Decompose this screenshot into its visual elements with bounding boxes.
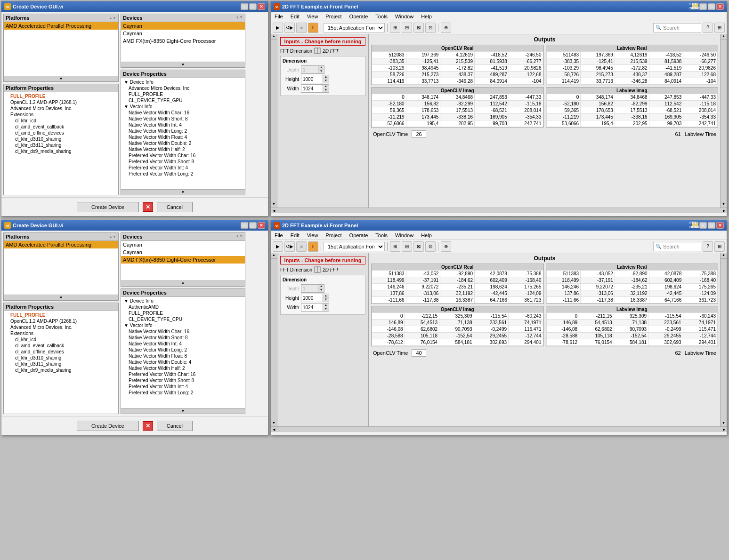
device-fx8350-top[interactable]: AMD FX(tm)-8350 Eight-Core Processor: [121, 37, 245, 45]
menu-file-top[interactable]: File: [273, 13, 285, 20]
height-value-top[interactable]: [301, 75, 323, 83]
run-btn-top[interactable]: ▶: [273, 23, 283, 33]
search-input-top[interactable]: [663, 25, 701, 31]
menu-window-bottom[interactable]: Window: [393, 232, 415, 239]
run-continuous-btn-top[interactable]: ↺▶: [284, 23, 295, 33]
menu-project-top[interactable]: Project: [324, 13, 343, 20]
cancel-btn-top[interactable]: Cancel: [157, 202, 193, 212]
stop-btn-bottom[interactable]: ■: [296, 241, 307, 252]
dist-btn-top[interactable]: ⊟: [402, 23, 412, 33]
search-input-bottom[interactable]: [663, 244, 701, 249]
device-cayman2-top[interactable]: Cayman: [121, 30, 245, 37]
height-value-bottom[interactable]: [301, 294, 323, 302]
create-device-btn-top[interactable]: Create Device: [77, 202, 139, 212]
hscroll-left-top[interactable]: ◀: [271, 209, 276, 213]
run-btn-bottom[interactable]: ▶: [273, 241, 283, 252]
menu-tools-bottom[interactable]: Tools: [373, 232, 389, 239]
width-input-bottom[interactable]: ▲ ▼: [301, 303, 329, 312]
devices-scroll-down-top[interactable]: ▼: [121, 62, 245, 67]
menu-edit-bottom[interactable]: Edit: [289, 232, 301, 239]
cursor-btn-bottom[interactable]: ⊕: [441, 241, 451, 252]
menu-help-bottom[interactable]: Help: [419, 232, 434, 239]
height-input-top[interactable]: ▲ ▼: [301, 75, 329, 83]
search-help-btn-top[interactable]: ?: [703, 23, 713, 33]
platform-item-0-top[interactable]: AMD Accelerated Parallel Processing: [4, 22, 118, 30]
height-down-bottom[interactable]: ▼: [323, 298, 329, 302]
menu-tools-top[interactable]: Tools: [373, 13, 389, 20]
dist-btn-bottom[interactable]: ⊟: [402, 241, 412, 252]
device-props-scroll-down-bottom[interactable]: ▼: [121, 408, 245, 414]
width-value-bottom[interactable]: [301, 304, 323, 311]
device-cayman1-top[interactable]: Cayman: [121, 22, 245, 30]
resize-btn-top[interactable]: ⊠: [413, 23, 424, 33]
vscroll-down-top[interactable]: ▼: [721, 202, 727, 208]
align-btn-bottom[interactable]: ⊞: [390, 241, 400, 252]
hscroll-right-top[interactable]: ▶: [721, 209, 727, 213]
height-up-bottom[interactable]: ▲: [323, 294, 329, 298]
fft-minimize-btn-top[interactable]: −: [699, 3, 707, 10]
height-input-bottom[interactable]: ▲ ▼: [301, 294, 329, 302]
depth-up-bottom[interactable]: ▲: [318, 285, 324, 288]
maximize-btn-bottom[interactable]: □: [249, 222, 257, 229]
platforms-scroll-down-top[interactable]: ▼: [4, 76, 118, 81]
resize-btn-bottom[interactable]: ⊠: [413, 241, 424, 252]
search-help-btn-bottom[interactable]: ?: [703, 241, 713, 252]
cancel-btn-bottom[interactable]: Cancel: [157, 421, 193, 431]
width-value-top[interactable]: [301, 85, 323, 92]
device-fx8350-bottom[interactable]: AMD FX(tm)-8350 Eight-Core Processor: [121, 256, 245, 264]
font-selector-bottom[interactable]: 15pt Application Font: [324, 242, 385, 251]
devices-scroll-down-bottom[interactable]: ▼: [121, 280, 245, 286]
font-selector-top[interactable]: 15pt Application Font: [324, 23, 385, 32]
create-device-btn-bottom[interactable]: Create Device: [77, 421, 139, 431]
platforms-scroll-down-bottom[interactable]: ▼: [4, 295, 118, 300]
vscroll-up-top[interactable]: ▲: [721, 34, 727, 40]
stop-btn-top[interactable]: ■: [296, 23, 307, 33]
minimize-btn-top[interactable]: −: [241, 3, 248, 10]
fft-minimize-btn-bottom[interactable]: −: [699, 222, 707, 229]
maximize-btn-top[interactable]: □: [249, 3, 257, 10]
menu-operate-top[interactable]: Operate: [348, 13, 370, 20]
platform-item-0-bottom[interactable]: AMD Accelerated Parallel Processing: [4, 241, 118, 248]
close-btn-bottom[interactable]: ✕: [258, 222, 265, 229]
depth-down-top[interactable]: ▼: [318, 70, 324, 73]
vscroll-down-bottom[interactable]: ▼: [721, 421, 727, 426]
menu-window-top[interactable]: Window: [393, 13, 415, 20]
cancel-x-btn-bottom[interactable]: ✕: [143, 421, 153, 431]
device-cayman2-bottom[interactable]: Cayman: [121, 248, 245, 256]
menu-edit-top[interactable]: Edit: [289, 13, 301, 20]
hscroll-right-bottom[interactable]: ▶: [721, 428, 727, 432]
align-btn-top[interactable]: ⊞: [390, 23, 400, 33]
width-input-top[interactable]: ▲ ▼: [301, 84, 329, 93]
width-down-top[interactable]: ▼: [323, 88, 329, 92]
extra-btn-bottom[interactable]: ⊞: [714, 241, 725, 252]
menu-view-top[interactable]: View: [305, 13, 320, 20]
width-up-bottom[interactable]: ▲: [323, 304, 329, 307]
run-continuous-btn-bottom[interactable]: ↺▶: [284, 241, 295, 252]
device-props-scroll-down-top[interactable]: ▼: [121, 189, 245, 195]
extra-btn-top[interactable]: ⊞: [714, 23, 725, 33]
reorder-btn-top[interactable]: ⊡: [425, 23, 436, 33]
reorder-btn-bottom[interactable]: ⊡: [425, 241, 436, 252]
menu-help-top[interactable]: Help: [419, 13, 434, 20]
menu-view-bottom[interactable]: View: [305, 232, 320, 239]
pause-btn-bottom[interactable]: ⏸: [308, 241, 318, 252]
depth-down-bottom[interactable]: ▼: [318, 288, 324, 292]
menu-project-bottom[interactable]: Project: [324, 232, 343, 239]
pause-btn-top[interactable]: ⏸: [308, 23, 318, 33]
device-cayman1-bottom[interactable]: Cayman: [121, 241, 245, 248]
width-down-bottom[interactable]: ▼: [323, 307, 329, 311]
hscroll-left-bottom[interactable]: ◀: [271, 428, 276, 432]
fft-maximize-btn-bottom[interactable]: □: [708, 222, 715, 229]
cancel-x-btn-top[interactable]: ✕: [143, 202, 153, 212]
menu-operate-bottom[interactable]: Operate: [348, 232, 370, 239]
vscroll-up-bottom[interactable]: ▲: [721, 253, 727, 259]
width-up-top[interactable]: ▲: [323, 85, 329, 88]
height-down-top[interactable]: ▼: [323, 79, 329, 83]
fft-close-btn-top[interactable]: ✕: [716, 3, 724, 10]
fft-maximize-btn-top[interactable]: □: [708, 3, 715, 10]
cursor-btn-top[interactable]: ⊕: [441, 23, 451, 33]
close-btn-top[interactable]: ✕: [258, 3, 265, 10]
menu-file-bottom[interactable]: File: [273, 232, 285, 239]
minimize-btn-bottom[interactable]: −: [241, 222, 248, 229]
depth-up-top[interactable]: ▲: [318, 66, 324, 70]
